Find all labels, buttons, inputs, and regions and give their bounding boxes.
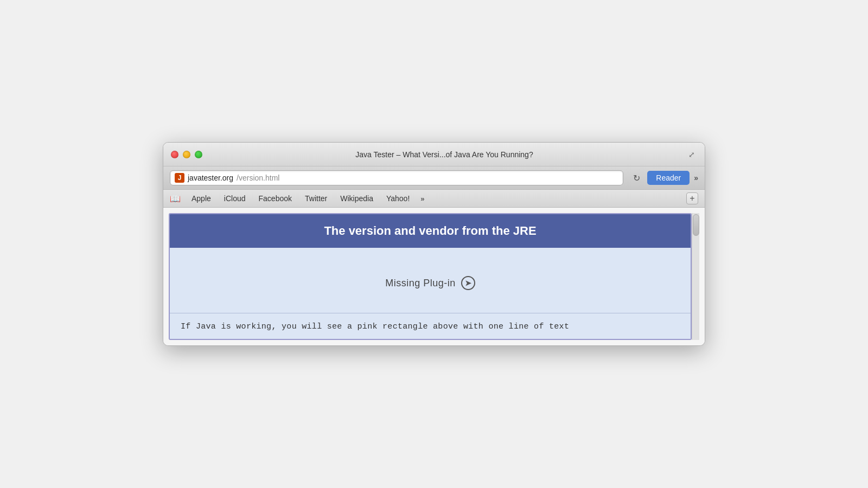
page-body: Missing Plug-in ➤ (170, 248, 691, 313)
new-tab-button[interactable]: + (686, 192, 698, 204)
bookmark-wikipedia[interactable]: Wikipedia (335, 192, 379, 204)
address-overflow-button[interactable]: » (694, 174, 698, 182)
bookmark-yahoo[interactable]: Yahoo! (381, 192, 415, 204)
content-area: The version and vendor from the JRE Miss… (163, 208, 705, 345)
bookmarks-icon[interactable]: 📖 (170, 194, 181, 204)
refresh-button[interactable]: ↻ (630, 171, 643, 184)
bookmark-facebook[interactable]: Facebook (253, 192, 297, 204)
missing-plugin-text: Missing Plug-in (385, 278, 456, 289)
favicon: J (175, 173, 184, 183)
browser-window: Java Tester – What Versi...of Java Are Y… (163, 142, 705, 346)
minimize-button[interactable] (183, 151, 190, 158)
url-domain: javatester.org (188, 174, 233, 182)
window-title: Java Tester – What Versi...of Java Are Y… (202, 150, 686, 159)
bookmark-twitter[interactable]: Twitter (299, 192, 333, 204)
bookmark-icloud[interactable]: iCloud (219, 192, 251, 204)
maximize-button[interactable] (195, 151, 202, 158)
scrollbar-track[interactable] (692, 213, 699, 340)
title-bar: Java Tester – What Versi...of Java Are Y… (163, 143, 705, 166)
page-footer-text: If Java is working, you will see a pink … (181, 322, 569, 331)
bookmark-apple[interactable]: Apple (186, 192, 216, 204)
bookmarks-overflow-button[interactable]: » (417, 193, 427, 204)
bookmarks-bar: 📖 Apple iCloud Facebook Twitter Wikipedi… (163, 190, 705, 208)
url-path: /version.html (237, 174, 279, 182)
plugin-arrow-icon: ➤ (461, 276, 475, 290)
expand-button[interactable]: ⤢ (686, 149, 697, 160)
page-header-text: The version and vendor from the JRE (324, 224, 536, 237)
address-bar: J javatester.org /version.html ↻ Reader … (163, 166, 705, 190)
reader-button[interactable]: Reader (647, 171, 690, 185)
traffic-lights (171, 151, 202, 158)
page-content: The version and vendor from the JRE Miss… (169, 213, 692, 340)
missing-plugin-container: Missing Plug-in ➤ (385, 276, 475, 290)
page-header: The version and vendor from the JRE (170, 214, 691, 248)
close-button[interactable] (171, 151, 178, 158)
scrollbar-thumb[interactable] (693, 214, 699, 236)
url-bar[interactable]: J javatester.org /version.html (170, 170, 623, 185)
page-footer: If Java is working, you will see a pink … (170, 313, 691, 339)
